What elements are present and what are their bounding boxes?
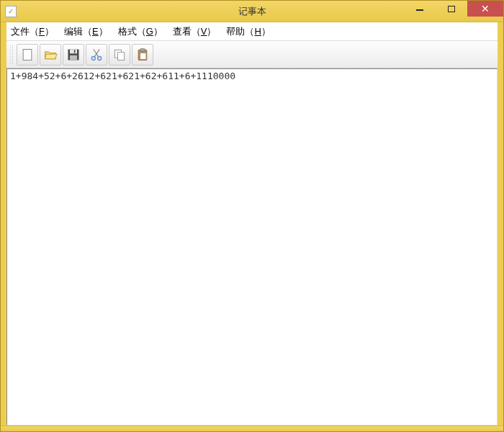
svg-rect-3 xyxy=(70,55,77,60)
svg-rect-10 xyxy=(118,52,125,60)
svg-rect-2 xyxy=(70,49,77,53)
svg-point-8 xyxy=(98,56,102,60)
menu-format[interactable]: 格式（G） xyxy=(118,25,163,38)
svg-rect-13 xyxy=(140,53,146,59)
minimize-icon xyxy=(416,9,423,11)
new-file-icon xyxy=(20,48,35,62)
save-file-icon xyxy=(66,48,81,62)
menu-file[interactable]: 文件（F） xyxy=(11,25,54,38)
new-button[interactable] xyxy=(17,44,38,66)
paste-button[interactable] xyxy=(132,44,153,66)
menu-edit[interactable]: 编辑（E） xyxy=(64,25,108,38)
notepad-app-icon: ✓ xyxy=(5,6,17,17)
app-window: ✓ 记事本 ✕ 文件（F） 编辑（E） 格式（G） xyxy=(0,0,504,432)
titlebar[interactable]: ✓ 记事本 ✕ xyxy=(1,1,503,22)
copy-button[interactable] xyxy=(109,44,130,66)
cut-button[interactable] xyxy=(86,44,107,66)
svg-rect-4 xyxy=(74,50,76,53)
maximize-icon xyxy=(448,6,455,12)
menubar: 文件（F） 编辑（E） 格式（G） 查看（V） 帮助（H） xyxy=(6,22,498,41)
text-editor[interactable]: 1+984+52+6+2612+621+621+62+611+6+1110000 xyxy=(7,69,497,425)
editor-area: 1+984+52+6+2612+621+621+62+611+6+1110000 xyxy=(6,68,498,426)
close-icon: ✕ xyxy=(481,4,490,14)
open-file-icon xyxy=(43,48,58,62)
window-body: 文件（F） 编辑（E） 格式（G） 查看（V） 帮助（H） xyxy=(1,22,503,426)
window-bottom-border xyxy=(1,426,503,431)
window-controls: ✕ xyxy=(404,1,503,22)
toolbar xyxy=(6,41,498,68)
menu-help[interactable]: 帮助（H） xyxy=(226,25,270,38)
menu-view[interactable]: 查看（V） xyxy=(173,25,217,38)
copy-icon xyxy=(112,48,127,62)
close-button[interactable]: ✕ xyxy=(467,1,503,17)
maximize-button[interactable] xyxy=(436,1,467,17)
open-button[interactable] xyxy=(40,44,61,66)
toolbar-grip xyxy=(9,45,14,65)
paste-icon xyxy=(135,48,150,62)
save-button[interactable] xyxy=(63,44,84,66)
svg-rect-12 xyxy=(140,48,145,50)
svg-point-7 xyxy=(91,56,95,60)
minimize-button[interactable] xyxy=(404,1,436,17)
svg-rect-0 xyxy=(23,49,32,60)
cut-icon xyxy=(89,48,104,62)
